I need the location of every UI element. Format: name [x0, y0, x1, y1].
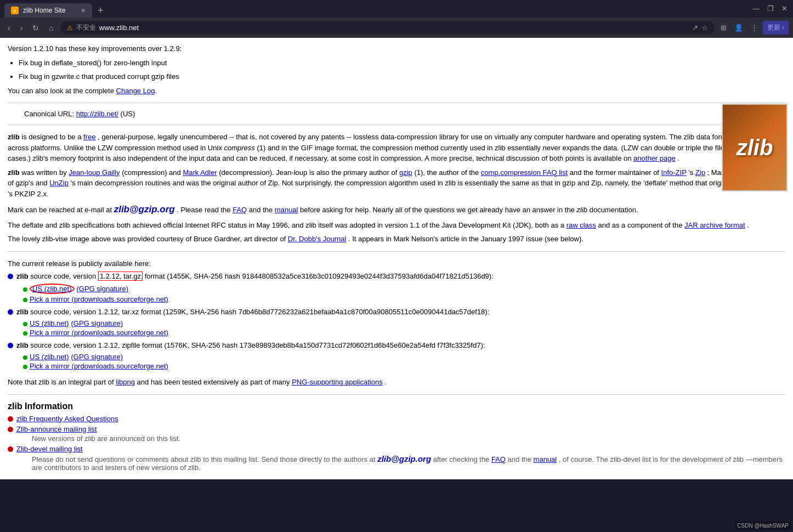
another-page-link[interactable]: another page: [633, 154, 676, 162]
bullet-blue-3: [8, 343, 13, 348]
dobbs-link[interactable]: Dr. Dobb's Journal: [288, 235, 347, 243]
devel-list-sub: Please do not send questions or comments…: [32, 454, 785, 472]
extensions-icon[interactable]: ⊞: [718, 21, 729, 34]
info-item-2: Zlib-announce mailing list New versions …: [8, 425, 785, 443]
bullet-green-5: [23, 355, 27, 360]
bullet-green-1: [23, 287, 27, 292]
tab-bar: z zlib Home Site ✕ + — ❐ ✕: [0, 0, 793, 18]
libpng-note: Note that zlib is an integral part of li…: [8, 377, 785, 388]
bullet-green-3: [23, 322, 27, 326]
divider-3: [8, 251, 785, 252]
release-item-tarxz: zlib source code, version 1.2.12, tar.xz…: [8, 308, 785, 316]
info-header: zlib Information: [8, 401, 785, 411]
window-minimize-button[interactable]: —: [752, 4, 760, 13]
bookmark-icon[interactable]: ☆: [701, 24, 708, 32]
version-note: Version 1.2.10 has these key improvement…: [8, 43, 785, 54]
changelog-link[interactable]: Change Log: [116, 87, 155, 95]
release-item-targz: zlib source code, version 1.2.12, tar.gz…: [8, 272, 785, 280]
changelog-text: You can also look at the complete Change…: [8, 86, 785, 97]
release3-us-link[interactable]: US (zlib.net): [30, 353, 69, 361]
url-text[interactable]: www.zlib.net: [99, 24, 689, 32]
release1-us-link[interactable]: US (zlib.net): [32, 285, 72, 293]
manual-link[interactable]: manual: [275, 206, 298, 214]
insecure-label: 不安全: [76, 23, 96, 32]
release3-gpg-link[interactable]: (GPG signature): [71, 353, 123, 361]
new-tab-button[interactable]: +: [94, 5, 107, 16]
devel-list-link[interactable]: Zlib-devel mailing list: [16, 445, 83, 453]
announce-list-link[interactable]: Zlib-announce mailing list: [16, 425, 97, 433]
image-credit: The lovely zlib-vise image above was pro…: [8, 234, 785, 245]
bullet-red-2: [8, 427, 13, 432]
us-link-circle: US (zlib.net): [30, 284, 75, 294]
email-address: zlib@gzip.org: [114, 204, 175, 214]
tab-title: zlib Home Site: [23, 7, 65, 14]
bullet-item-2: Fix bug in gzwrite.c that produced corru…: [19, 71, 785, 82]
back-button[interactable]: ‹: [4, 21, 14, 35]
zlib-vise-image: zlib: [722, 104, 788, 191]
bullet-item-1: Fix bug in deflate_stored() for zero-len…: [19, 58, 785, 69]
zip-link[interactable]: Zip: [695, 168, 705, 177]
release-header: The current release is publicly availabl…: [8, 258, 785, 269]
release2-sublinks: US (zlib.net) (GPG signature) Pick a mir…: [23, 319, 785, 337]
info-item-3: Zlib-devel mailing list Please do not se…: [8, 445, 785, 472]
email-para: Mark can be reached at e-mail at zlib@gz…: [8, 202, 785, 217]
browser-chrome: z zlib Home Site ✕ + — ❐ ✕ ‹ › ↻ ⌂ ⚠ 不安全…: [0, 0, 793, 38]
nav-bar: ‹ › ↻ ⌂ ⚠ 不安全 www.zlib.net ↗ ☆ ⊞ 👤 ⋮ 更新 …: [0, 18, 793, 38]
comp-faq-link[interactable]: comp.compression FAQ list: [481, 168, 568, 177]
canonical-url-link[interactable]: http://zlib.net/: [76, 110, 118, 118]
devel-email: zlib@gzip.org: [377, 454, 431, 463]
release1-gpg-link[interactable]: (GPG signature): [77, 285, 129, 293]
tab-close-button[interactable]: ✕: [81, 7, 86, 14]
bullet-green-2: [23, 298, 27, 302]
active-tab[interactable]: z zlib Home Site ✕: [4, 3, 92, 18]
free-link[interactable]: free: [83, 133, 95, 141]
release1-mirror-link[interactable]: Pick a mirror (prdownloads.sourceforge.n…: [30, 295, 168, 303]
jar-link[interactable]: JAR archive format: [684, 221, 745, 229]
info-zip-link[interactable]: Info-ZIP: [661, 168, 687, 177]
security-warning-icon: ⚠: [67, 24, 73, 32]
window-close-button[interactable]: ✕: [781, 4, 788, 13]
page-content: zlib Version 1.2.10 has these key improv…: [0, 38, 793, 479]
release-item-zip: zlib source code, version 1.2.12, zipfil…: [8, 341, 785, 349]
divider-2: [8, 124, 785, 125]
version-bullets: Fix bug in deflate_stored() for zero-len…: [19, 58, 785, 82]
menu-icon[interactable]: ⋮: [748, 21, 761, 34]
jean-loup-link[interactable]: Jean-loup Gailly: [69, 168, 120, 177]
tab-favicon: z: [11, 7, 19, 14]
unzip-link[interactable]: UnZip: [49, 179, 69, 187]
bullet-red-1: [8, 416, 13, 422]
release3-mirror-link[interactable]: Pick a mirror (prdownloads.sourceforge.n…: [30, 362, 168, 370]
release2-gpg-link[interactable]: (GPG signature): [71, 319, 123, 327]
bullet-green-4: [23, 331, 27, 336]
forward-button[interactable]: ›: [17, 21, 26, 35]
rfc-para: The deflate and zlib specifications both…: [8, 220, 785, 231]
refresh-button[interactable]: ↻: [29, 21, 42, 35]
release1-sublinks: US (zlib.net) (GPG signature) Pick a mir…: [23, 284, 785, 303]
profile-icon[interactable]: 👤: [732, 21, 746, 34]
png-apps-link[interactable]: PNG-supporting applications: [292, 378, 382, 386]
home-button[interactable]: ⌂: [46, 21, 56, 35]
release2-mirror-link[interactable]: Pick a mirror (prdownloads.sourceforge.n…: [30, 329, 168, 337]
zlib-label-1: zlib: [16, 272, 29, 280]
description-para-1: zlib is designed to be a free , general-…: [8, 132, 785, 164]
gzip-link[interactable]: gzip: [399, 168, 412, 177]
divider-4: [8, 394, 785, 395]
devel-faq-link[interactable]: FAQ: [491, 455, 506, 463]
share-icon[interactable]: ↗: [692, 24, 698, 32]
zlib-label-2: zlib: [16, 308, 29, 316]
info-item-1: zlib Frequently Asked Questions: [8, 415, 785, 423]
faq-page-link[interactable]: zlib Frequently Asked Questions: [16, 415, 118, 423]
update-button[interactable]: 更新 ›: [763, 21, 789, 35]
announce-list-sub: New versions of zlib are announced on th…: [32, 434, 180, 443]
nav-right-buttons: ⊞ 👤 ⋮ 更新 ›: [718, 21, 789, 35]
release2-us-link[interactable]: US (zlib.net): [30, 319, 69, 327]
canonical-block: Canonical URL: http://zlib.net/ (US): [24, 110, 785, 118]
faq-link[interactable]: FAQ: [233, 206, 247, 214]
address-bar[interactable]: ⚠ 不安全 www.zlib.net ↗ ☆: [60, 21, 715, 35]
version-highlight: 1.2.12, tar.gz: [98, 271, 143, 281]
window-restore-button[interactable]: ❐: [767, 4, 774, 13]
mark-adler-link[interactable]: Mark Adler: [183, 168, 217, 177]
libpng-link[interactable]: libpng: [116, 378, 135, 386]
devel-manual-link[interactable]: manual: [534, 455, 557, 463]
raw-class-link[interactable]: raw class: [567, 221, 596, 229]
